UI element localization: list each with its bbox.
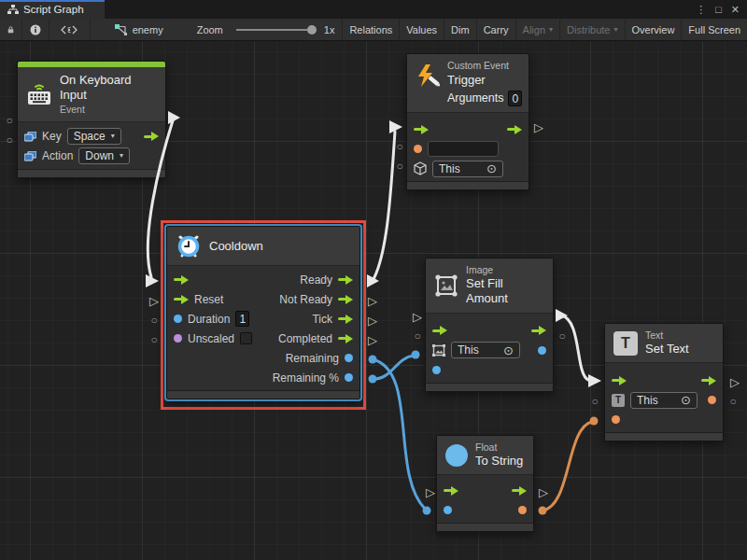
- node-title: Set Fill Amount: [466, 276, 544, 307]
- overview-button[interactable]: Overview: [626, 19, 683, 40]
- lock-button[interactable]: [0, 19, 22, 40]
- custom-event-flow-out-port[interactable]: ▷: [534, 121, 543, 133]
- wire-remaining-to-tostring[interactable]: [373, 359, 425, 509]
- node-float-to-string[interactable]: Float To String: [436, 435, 534, 532]
- string-input-port[interactable]: [414, 145, 422, 153]
- cooldown-completed-outer-port[interactable]: ▷: [368, 334, 377, 346]
- wire-endpoint-dot: [590, 417, 599, 426]
- text-output-port[interactable]: [708, 396, 716, 404]
- node-trigger-custom-event[interactable]: Custom Event Trigger Arguments 0: [406, 53, 529, 190]
- keyboard-action-outer-port[interactable]: ○: [6, 134, 12, 146]
- wire-tostring-to-settext[interactable]: [543, 422, 592, 511]
- cooldown-not-ready-outer-port[interactable]: ▷: [368, 295, 377, 307]
- flow-input-arrow[interactable]: [444, 486, 458, 496]
- float-input-port[interactable]: [444, 506, 452, 514]
- cooldown-unscaled-outer-port[interactable]: ○: [150, 334, 157, 345]
- cooldown-reset-outer-port[interactable]: ▷: [149, 295, 159, 307]
- flow-output-arrow[interactable]: [701, 376, 716, 385]
- completed-output-arrow[interactable]: [338, 334, 353, 343]
- maximize-icon[interactable]: □: [715, 4, 722, 15]
- zoom-slider-track[interactable]: [236, 29, 315, 31]
- text-flow-out-port[interactable]: ▷: [730, 376, 740, 388]
- value-input-port[interactable]: [612, 415, 620, 424]
- wire-endpoint-triangle: [168, 111, 180, 124]
- event-name-input[interactable]: [428, 141, 499, 157]
- text-output-outer-port[interactable]: ○: [729, 396, 736, 407]
- enter-input-arrow[interactable]: [174, 275, 189, 285]
- wire-endpoint-triangle: [588, 374, 601, 387]
- flow-output-arrow[interactable]: [507, 125, 522, 134]
- chevron-down-icon: ▾: [120, 152, 123, 160]
- action-dropdown[interactable]: Down▾: [78, 147, 130, 164]
- arguments-label: Arguments: [447, 91, 503, 106]
- flow-input-arrow[interactable]: [432, 326, 447, 335]
- string-output-port[interactable]: [518, 506, 527, 514]
- target-dropdown[interactable]: This⊙: [451, 342, 520, 358]
- custom-event-target-outer-port[interactable]: ○: [396, 161, 402, 172]
- flow-input-arrow[interactable]: [612, 376, 627, 385]
- arguments-input[interactable]: 0: [508, 91, 522, 106]
- keyboard-key-outer-port[interactable]: ○: [6, 115, 12, 126]
- image-output-outer-port[interactable]: ○: [558, 330, 565, 342]
- tick-output-arrow[interactable]: [338, 315, 353, 324]
- trigger-output-arrow[interactable]: [144, 132, 159, 141]
- node-cooldown[interactable]: Cooldown Ready Reset Not Ready Duration1…: [166, 226, 360, 399]
- graph-name: enemy: [133, 24, 163, 35]
- cooldown-tick-outer-port[interactable]: ▷: [368, 315, 377, 327]
- port-label-ready: Ready: [300, 273, 332, 287]
- text-target-outer-port[interactable]: ○: [591, 396, 598, 407]
- dim-button[interactable]: Dim: [444, 19, 477, 40]
- node-on-keyboard-input[interactable]: On Keyboard Input Event Key Space▾: [17, 61, 166, 178]
- tab-script-graph[interactable]: Script Graph: [0, 0, 105, 19]
- port-label-not-ready: Not Ready: [279, 293, 332, 306]
- ready-output-arrow[interactable]: [338, 275, 353, 285]
- fill-amount-input-port[interactable]: [432, 366, 441, 374]
- text-icon: T: [613, 331, 638, 356]
- duration-input[interactable]: 1: [235, 311, 249, 327]
- flow-output-arrow[interactable]: [531, 326, 546, 335]
- image-flow-in-port[interactable]: ▷: [413, 311, 422, 323]
- wire-image-to-text[interactable]: [561, 315, 588, 380]
- info-button[interactable]: [22, 19, 49, 40]
- wire-remaining-pct-to-fill[interactable]: [373, 356, 414, 379]
- graph-asset-icon: [115, 24, 127, 35]
- image-output-port[interactable]: [538, 346, 546, 355]
- carry-button[interactable]: Carry: [477, 19, 516, 40]
- values-button[interactable]: Values: [400, 19, 444, 40]
- relations-button[interactable]: Relations: [343, 19, 400, 40]
- not-ready-output-arrow[interactable]: [338, 295, 353, 304]
- node-image-set-fill-amount[interactable]: Image Set Fill Amount This⊙: [425, 258, 554, 392]
- key-dropdown[interactable]: Space▾: [67, 128, 121, 145]
- wire-endpoint-triangle: [146, 274, 159, 287]
- reset-input-arrow[interactable]: [174, 295, 189, 304]
- more-menu-icon[interactable]: ⋮: [696, 4, 706, 16]
- zoom-slider-handle[interactable]: [307, 25, 317, 35]
- node-title: On Keyboard Input: [60, 73, 157, 104]
- remaining-output-port[interactable]: [345, 354, 353, 362]
- image-target-outer-port[interactable]: ○: [414, 330, 420, 342]
- target-dropdown[interactable]: This⊙: [432, 161, 503, 177]
- graph-canvas[interactable]: On Keyboard Input Event Key Space▾: [0, 42, 747, 560]
- unscaled-checkbox[interactable]: [240, 332, 252, 344]
- flow-output-arrow[interactable]: [512, 486, 527, 496]
- node-text-set-text[interactable]: T Text Set Text T This⊙: [604, 323, 724, 441]
- image-icon: [434, 273, 458, 298]
- duration-input-port[interactable]: [174, 315, 182, 323]
- script-graph-window: Script Graph ⋮ □ ✕ enemy Zoom 1x Relatio…: [0, 0, 747, 560]
- fullscreen-button[interactable]: Full Screen: [682, 19, 747, 40]
- custom-event-name-outer-port[interactable]: ○: [396, 141, 402, 152]
- target-dropdown[interactable]: This⊙: [630, 392, 698, 409]
- close-icon[interactable]: ✕: [731, 4, 740, 16]
- unscaled-input-port[interactable]: [174, 334, 182, 343]
- port-label-duration: Duration: [188, 313, 230, 326]
- tostring-flow-in-port[interactable]: ▷: [426, 486, 435, 498]
- cooldown-duration-outer-port[interactable]: ○: [150, 315, 157, 326]
- remaining-pct-output-port[interactable]: [345, 373, 353, 382]
- wire-ready-to-custom-event[interactable]: [373, 132, 395, 281]
- tostring-flow-out-port[interactable]: ▷: [539, 486, 548, 498]
- flow-input-arrow[interactable]: [414, 125, 429, 134]
- graph-tab-icon: [7, 5, 19, 15]
- graph-breadcrumb[interactable]: enemy: [91, 19, 173, 40]
- edit-graph-button[interactable]: [49, 19, 91, 40]
- zoom-slider[interactable]: [231, 19, 320, 40]
